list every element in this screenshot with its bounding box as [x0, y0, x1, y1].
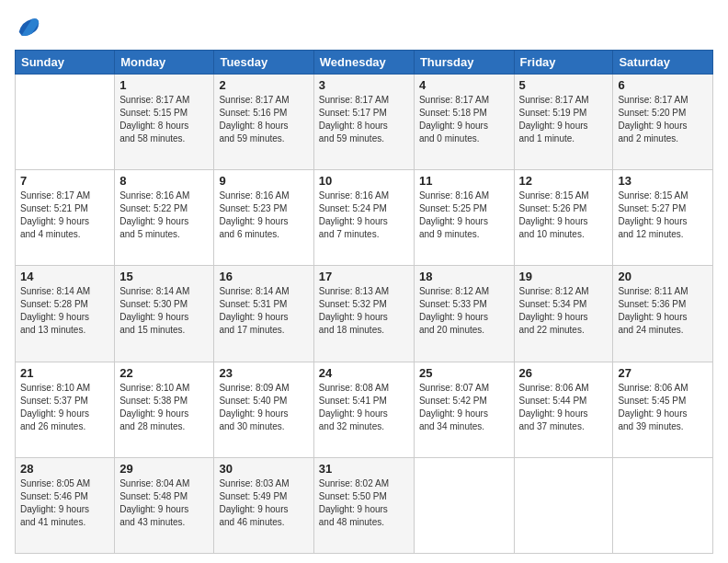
day-cell: 19Sunrise: 8:12 AMSunset: 5:34 PMDayligh…: [514, 266, 613, 362]
day-info: Sunrise: 8:17 AMSunset: 5:18 PMDaylight:…: [419, 94, 509, 145]
day-info: Sunrise: 8:17 AMSunset: 5:19 PMDaylight:…: [519, 94, 609, 145]
day-info: Sunrise: 8:10 AMSunset: 5:38 PMDaylight:…: [119, 382, 209, 433]
day-info: Sunrise: 8:12 AMSunset: 5:33 PMDaylight:…: [419, 285, 509, 337]
calendar-table: SundayMondayTuesdayWednesdayThursdayFrid…: [15, 50, 713, 554]
day-cell: [514, 457, 613, 553]
day-info: Sunrise: 8:04 AMSunset: 5:48 PMDaylight:…: [119, 477, 209, 529]
day-cell: 20Sunrise: 8:11 AMSunset: 5:36 PMDayligh…: [613, 266, 713, 362]
day-info: Sunrise: 8:14 AMSunset: 5:30 PMDaylight:…: [119, 285, 209, 337]
day-number: 31: [319, 462, 409, 476]
day-cell: 4Sunrise: 8:17 AMSunset: 5:18 PMDaylight…: [414, 75, 514, 170]
col-header-thursday: Thursday: [414, 51, 514, 75]
day-number: 17: [319, 270, 409, 283]
day-number: 22: [119, 366, 209, 380]
day-info: Sunrise: 8:17 AMSunset: 5:20 PMDaylight:…: [618, 94, 708, 145]
day-cell: 13Sunrise: 8:15 AMSunset: 5:27 PMDayligh…: [613, 170, 713, 266]
day-info: Sunrise: 8:08 AMSunset: 5:41 PMDaylight:…: [319, 382, 409, 433]
day-cell: 12Sunrise: 8:15 AMSunset: 5:26 PMDayligh…: [514, 170, 613, 266]
col-header-wednesday: Wednesday: [313, 51, 414, 75]
day-info: Sunrise: 8:16 AMSunset: 5:25 PMDaylight:…: [419, 190, 509, 241]
col-header-saturday: Saturday: [613, 51, 713, 75]
week-row-2: 7Sunrise: 8:17 AMSunset: 5:21 PMDaylight…: [16, 170, 713, 266]
day-number: 19: [519, 270, 609, 283]
day-number: 9: [219, 174, 308, 188]
day-info: Sunrise: 8:11 AMSunset: 5:36 PMDaylight:…: [618, 285, 708, 337]
day-number: 10: [319, 174, 409, 188]
day-number: 13: [618, 174, 708, 188]
day-cell: 3Sunrise: 8:17 AMSunset: 5:17 PMDaylight…: [313, 75, 414, 170]
day-number: 20: [618, 270, 708, 283]
day-number: 24: [319, 366, 409, 380]
day-cell: 21Sunrise: 8:10 AMSunset: 5:37 PMDayligh…: [16, 362, 115, 457]
day-cell: 23Sunrise: 8:09 AMSunset: 5:40 PMDayligh…: [214, 362, 313, 457]
day-info: Sunrise: 8:15 AMSunset: 5:27 PMDaylight:…: [618, 190, 708, 241]
day-number: 14: [20, 270, 109, 283]
day-number: 2: [219, 78, 308, 92]
day-number: 28: [20, 462, 109, 476]
logo: [15, 15, 44, 40]
day-number: 11: [419, 174, 509, 188]
day-cell: 29Sunrise: 8:04 AMSunset: 5:48 PMDayligh…: [115, 457, 214, 553]
day-cell: 27Sunrise: 8:06 AMSunset: 5:45 PMDayligh…: [613, 362, 713, 457]
day-number: 7: [20, 174, 109, 188]
week-row-1: 1Sunrise: 8:17 AMSunset: 5:15 PMDaylight…: [16, 75, 713, 170]
day-number: 29: [119, 462, 209, 476]
day-cell: 17Sunrise: 8:13 AMSunset: 5:32 PMDayligh…: [313, 266, 414, 362]
week-row-3: 14Sunrise: 8:14 AMSunset: 5:28 PMDayligh…: [16, 266, 713, 362]
day-number: 4: [419, 78, 509, 92]
day-info: Sunrise: 8:10 AMSunset: 5:37 PMDaylight:…: [20, 382, 109, 433]
day-info: Sunrise: 8:06 AMSunset: 5:44 PMDaylight:…: [519, 382, 609, 433]
day-info: Sunrise: 8:17 AMSunset: 5:15 PMDaylight:…: [119, 94, 209, 145]
day-info: Sunrise: 8:06 AMSunset: 5:45 PMDaylight:…: [618, 382, 708, 433]
day-info: Sunrise: 8:09 AMSunset: 5:40 PMDaylight:…: [219, 382, 308, 433]
header: [15, 15, 713, 40]
day-info: Sunrise: 8:14 AMSunset: 5:28 PMDaylight:…: [20, 285, 109, 337]
day-number: 5: [519, 78, 609, 92]
day-cell: 28Sunrise: 8:05 AMSunset: 5:46 PMDayligh…: [16, 457, 115, 553]
col-header-sunday: Sunday: [16, 51, 115, 75]
day-info: Sunrise: 8:07 AMSunset: 5:42 PMDaylight:…: [419, 382, 509, 433]
day-cell: 18Sunrise: 8:12 AMSunset: 5:33 PMDayligh…: [414, 266, 514, 362]
day-info: Sunrise: 8:16 AMSunset: 5:23 PMDaylight:…: [219, 190, 308, 241]
day-info: Sunrise: 8:16 AMSunset: 5:22 PMDaylight:…: [119, 190, 209, 241]
week-row-4: 21Sunrise: 8:10 AMSunset: 5:37 PMDayligh…: [16, 362, 713, 457]
week-row-5: 28Sunrise: 8:05 AMSunset: 5:46 PMDayligh…: [16, 457, 713, 553]
day-cell: [16, 75, 115, 170]
day-number: 15: [119, 270, 209, 283]
col-header-friday: Friday: [514, 51, 613, 75]
day-number: 25: [419, 366, 509, 380]
day-cell: 25Sunrise: 8:07 AMSunset: 5:42 PMDayligh…: [414, 362, 514, 457]
day-number: 18: [419, 270, 509, 283]
day-number: 21: [20, 366, 109, 380]
day-number: 23: [219, 366, 308, 380]
day-info: Sunrise: 8:03 AMSunset: 5:49 PMDaylight:…: [219, 477, 308, 529]
day-cell: 14Sunrise: 8:14 AMSunset: 5:28 PMDayligh…: [16, 266, 115, 362]
day-cell: 30Sunrise: 8:03 AMSunset: 5:49 PMDayligh…: [214, 457, 313, 553]
day-cell: 22Sunrise: 8:10 AMSunset: 5:38 PMDayligh…: [115, 362, 214, 457]
day-cell: 31Sunrise: 8:02 AMSunset: 5:50 PMDayligh…: [313, 457, 414, 553]
day-cell: [414, 457, 514, 553]
logo-icon: [15, 15, 40, 40]
day-cell: 9Sunrise: 8:16 AMSunset: 5:23 PMDaylight…: [214, 170, 313, 266]
day-info: Sunrise: 8:13 AMSunset: 5:32 PMDaylight:…: [319, 285, 409, 337]
day-cell: 24Sunrise: 8:08 AMSunset: 5:41 PMDayligh…: [313, 362, 414, 457]
day-cell: 5Sunrise: 8:17 AMSunset: 5:19 PMDaylight…: [514, 75, 613, 170]
day-cell: 15Sunrise: 8:14 AMSunset: 5:30 PMDayligh…: [115, 266, 214, 362]
day-cell: 2Sunrise: 8:17 AMSunset: 5:16 PMDaylight…: [214, 75, 313, 170]
day-number: 6: [618, 78, 708, 92]
day-info: Sunrise: 8:14 AMSunset: 5:31 PMDaylight:…: [219, 285, 308, 337]
day-info: Sunrise: 8:15 AMSunset: 5:26 PMDaylight:…: [519, 190, 609, 241]
day-info: Sunrise: 8:17 AMSunset: 5:16 PMDaylight:…: [219, 94, 308, 145]
col-header-monday: Monday: [115, 51, 214, 75]
day-number: 26: [519, 366, 609, 380]
day-cell: 26Sunrise: 8:06 AMSunset: 5:44 PMDayligh…: [514, 362, 613, 457]
day-number: 8: [119, 174, 209, 188]
day-cell: 11Sunrise: 8:16 AMSunset: 5:25 PMDayligh…: [414, 170, 514, 266]
day-cell: 1Sunrise: 8:17 AMSunset: 5:15 PMDaylight…: [115, 75, 214, 170]
day-cell: 16Sunrise: 8:14 AMSunset: 5:31 PMDayligh…: [214, 266, 313, 362]
day-cell: [613, 457, 713, 553]
col-header-tuesday: Tuesday: [214, 51, 313, 75]
day-info: Sunrise: 8:16 AMSunset: 5:24 PMDaylight:…: [319, 190, 409, 241]
day-number: 30: [219, 462, 308, 476]
day-number: 3: [319, 78, 409, 92]
